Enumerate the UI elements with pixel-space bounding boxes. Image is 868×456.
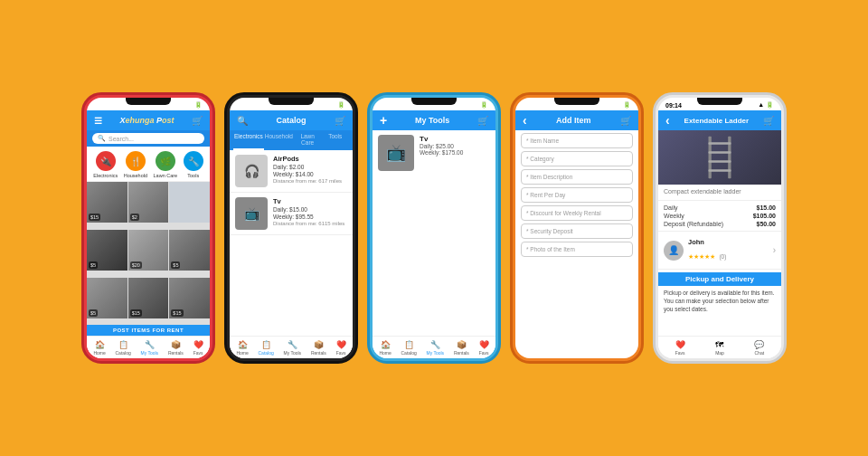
- favs-icon-3: ❤️: [479, 340, 489, 349]
- weekly-value: $105.00: [753, 213, 776, 219]
- grid-item-6[interactable]: $5: [169, 230, 210, 271]
- tab-household[interactable]: Household: [264, 130, 294, 150]
- field-item-name[interactable]: * Item Name: [521, 133, 633, 148]
- back-icon-4[interactable]: ‹: [523, 113, 527, 128]
- search-input-1[interactable]: 🔍 Search...: [92, 133, 204, 144]
- grid-item-1[interactable]: $15: [87, 182, 127, 223]
- cart-icon-5[interactable]: 🛒: [763, 116, 774, 126]
- header-5: ‹ Extendable Ladder 🛒: [658, 110, 781, 130]
- cat-lawncare[interactable]: 🌿 Lawn Care: [154, 151, 178, 178]
- tv-info: Tv Daily: $15.00 Weekly: $95.55 Distance…: [273, 197, 347, 226]
- grid-item-2[interactable]: $2: [128, 182, 169, 223]
- cat-tools[interactable]: 🔧 Tools: [184, 151, 203, 178]
- nav-favs-1[interactable]: ❤️Favs: [193, 340, 203, 356]
- tv-name-3: Tv: [420, 135, 490, 143]
- catalog-icon-1: 📋: [118, 340, 128, 349]
- price-2: $2: [130, 214, 139, 221]
- phone-2-screen: 09:14 ▲ 🔋 🔍 Catalog 🛒 Electronics Househ…: [230, 98, 353, 358]
- rating-row[interactable]: 👤 John ★★★★★ (0) ›: [658, 234, 781, 266]
- airpods-thumb-icon: 🎧: [244, 164, 259, 178]
- nav-home-3[interactable]: 🏠Home: [379, 340, 391, 356]
- nav-catalog-2[interactable]: 📋Catalog: [258, 340, 273, 356]
- pickup-text: Pickup or delivery is available for this…: [658, 286, 781, 316]
- field-description[interactable]: * Item Description: [521, 169, 633, 185]
- grid-item-7[interactable]: $5: [87, 278, 127, 318]
- categories-row-1: 🔌 Electronics 🍴 Household 🌿 Lawn Care 🔧 …: [87, 147, 210, 182]
- mytools-icon-1: 🔧: [145, 340, 155, 349]
- tab-lawncare[interactable]: Lawn Care: [294, 130, 322, 150]
- nav-home-2[interactable]: 🏠Home: [236, 340, 248, 356]
- phone-1: 09:14 ▲ 🔋 ☰ Xehunga Post 🛒 🔍 Search... 🔌: [81, 92, 215, 364]
- search-placeholder-1: Search...: [108, 136, 134, 142]
- nav-rentals-3[interactable]: 📦Rentals: [454, 340, 469, 356]
- bottom-nav-1: 🏠Home 📋Catalog 🔧My Tools 📦Rentals ❤️Favs: [87, 336, 210, 358]
- cart-icon-3[interactable]: 🛒: [477, 116, 488, 126]
- home-icon-3: 🏠: [381, 340, 391, 349]
- status-icons-1: ▲ 🔋: [186, 101, 203, 109]
- cart-icon-4[interactable]: 🛒: [620, 116, 631, 126]
- grid-item-3[interactable]: [169, 182, 210, 223]
- product-detail: Compact extendable ladder Daily $15.00 W…: [658, 130, 781, 336]
- add-icon-3[interactable]: +: [380, 113, 387, 128]
- nav-mytools-1[interactable]: 🔧My Tools: [140, 340, 158, 356]
- nav-rentals-2[interactable]: 📦Rentals: [311, 340, 326, 356]
- nav-chat-5[interactable]: 💬Chat: [754, 340, 764, 356]
- grid-item-4[interactable]: $5: [87, 230, 127, 271]
- nav-favs-3[interactable]: ❤️Favs: [479, 340, 489, 356]
- back-icon-5[interactable]: ‹: [665, 113, 670, 128]
- phone-4: 09:14 ▲ 🔋 ‹ Add Item 🛒 * Item Name * Cat…: [510, 92, 644, 364]
- tab-tools-catalog[interactable]: Tools: [321, 130, 349, 150]
- mytools-icon-3: 🔧: [430, 340, 440, 349]
- search-bar-1: 🔍 Search...: [87, 130, 210, 147]
- airpods-weekly: Weekly: $14.00: [273, 171, 347, 177]
- nav-favs-5[interactable]: ❤️Favs: [675, 340, 685, 356]
- tab-electronics[interactable]: Electronics: [233, 130, 264, 150]
- cart-icon-2[interactable]: 🛒: [335, 116, 345, 126]
- nav-catalog-1[interactable]: 📋Catalog: [115, 340, 130, 356]
- time-4: 09:14: [523, 102, 539, 109]
- tv-info-3: Tv Daily: $25.00 Weekly: $175.00: [420, 135, 490, 156]
- rating-count: (0): [719, 253, 726, 260]
- price-5: $20: [130, 261, 142, 269]
- field-rent-per-day[interactable]: * Rent Per Day: [521, 187, 633, 203]
- electronics-label: Electronics: [93, 173, 118, 178]
- nav-mytools-2[interactable]: 🔧My Tools: [283, 340, 301, 356]
- tv-daily: Daily: $15.00: [273, 206, 347, 213]
- price-1: $15: [89, 214, 100, 221]
- cat-household[interactable]: 🍴 Household: [124, 151, 147, 178]
- rentals-icon-2: 📦: [314, 340, 324, 349]
- grid-item-5[interactable]: $20: [128, 230, 169, 271]
- field-photo[interactable]: * Photo of the Item: [521, 242, 633, 257]
- nav-rentals-1[interactable]: 📦Rentals: [168, 340, 184, 356]
- cart-icon-1[interactable]: 🛒: [192, 116, 203, 126]
- nav-catalog-3[interactable]: 📋Catalog: [401, 340, 416, 356]
- airpods-distance: Distance from me: 617 miles: [273, 178, 347, 184]
- menu-icon-1[interactable]: ☰: [94, 116, 102, 126]
- mytools-item-tv[interactable]: 📺 Tv Daily: $25.00 Weekly: $175.00: [373, 130, 495, 176]
- daily-label: Daily: [664, 204, 678, 211]
- tv-thumb-icon: 📺: [244, 206, 259, 221]
- grid-item-8[interactable]: $15: [128, 278, 169, 318]
- nav-favs-2[interactable]: ❤️Favs: [336, 340, 346, 356]
- tools-icon: 🔧: [184, 151, 203, 171]
- catalog-item-airpods[interactable]: 🎧 AirPods Daily: $2.00 Weekly: $14.00 Di…: [230, 150, 353, 193]
- cat-electronics[interactable]: 🔌 Electronics: [93, 151, 118, 178]
- field-category[interactable]: * Category: [521, 151, 633, 166]
- search-icon-2[interactable]: 🔍: [237, 116, 248, 126]
- notch-5: [697, 98, 742, 105]
- divider-3: [658, 269, 781, 270]
- field-weekly-discount[interactable]: * Discount for Weekly Rental: [521, 205, 633, 221]
- tv-thumb-2: 📺: [235, 197, 268, 230]
- nav-home-1[interactable]: 🏠Home: [93, 340, 105, 356]
- catalog-item-tv[interactable]: 📺 Tv Daily: $15.00 Weekly: $95.55 Distan…: [230, 193, 353, 235]
- arrow-right-icon[interactable]: ›: [773, 245, 776, 255]
- nav-map-5[interactable]: 🗺Map: [715, 340, 724, 356]
- nav-mytools-3[interactable]: 🔧My Tools: [426, 340, 444, 356]
- post-items-button[interactable]: POST ITEMS FOR RENT: [87, 325, 210, 336]
- grid-item-9[interactable]: $15: [169, 278, 210, 318]
- product-description: Compact extendable ladder: [658, 185, 781, 197]
- favs-icon-2: ❤️: [336, 340, 346, 349]
- field-security-deposit[interactable]: * Security Deposit: [521, 223, 633, 239]
- svg-rect-5: [709, 169, 731, 172]
- mytools-list: 📺 Tv Daily: $25.00 Weekly: $175.00: [373, 130, 495, 336]
